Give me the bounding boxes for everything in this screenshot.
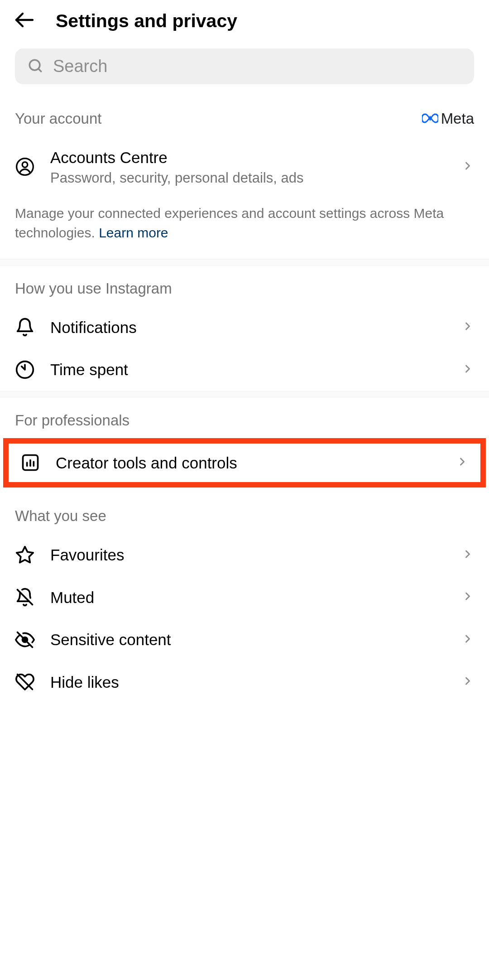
search-box[interactable]	[15, 48, 474, 84]
bell-off-icon	[15, 587, 35, 607]
chevron-right-icon	[461, 362, 474, 377]
chevron-right-icon	[461, 548, 474, 562]
chevron-right-icon	[461, 320, 474, 334]
list-item-subtitle: Password, security, personal details, ad…	[50, 170, 446, 186]
list-item-title: Hide likes	[50, 672, 446, 693]
chevron-right-icon	[461, 159, 474, 174]
svg-point-4	[22, 162, 28, 167]
section-title: For professionals	[15, 412, 129, 429]
back-arrow-icon[interactable]	[14, 9, 35, 33]
svg-marker-10	[17, 546, 34, 562]
list-item-content: Sensitive content	[50, 629, 446, 650]
info-text: Manage your connected experiences and ac…	[0, 197, 489, 259]
list-item-content: Favourites	[50, 545, 446, 565]
page-title: Settings and privacy	[56, 10, 237, 32]
muted-item[interactable]: Muted	[0, 576, 489, 619]
section-title: How you use Instagram	[15, 280, 172, 297]
section-for-professionals-header: For professionals	[0, 397, 489, 438]
section-divider	[0, 391, 489, 397]
search-icon	[28, 58, 43, 75]
list-item-title: Favourites	[50, 545, 446, 565]
section-what-you-see-header: What you see	[0, 488, 489, 534]
chevron-right-icon	[461, 632, 474, 647]
section-title: Your account	[15, 110, 101, 127]
list-item-content: Hide likes	[50, 672, 446, 693]
user-circle-icon	[15, 157, 35, 177]
chevron-right-icon	[461, 675, 474, 689]
list-item-title: Creator tools and controls	[56, 453, 441, 473]
meta-badge: Meta	[422, 110, 474, 127]
highlighted-item: Creator tools and controls	[3, 438, 486, 488]
chevron-right-icon	[456, 455, 469, 470]
accounts-centre-item[interactable]: Accounts Centre Password, security, pers…	[0, 136, 489, 197]
section-your-account-header: Your account Meta	[0, 96, 489, 136]
meta-icon	[422, 113, 438, 124]
list-item-title: Accounts Centre	[50, 147, 446, 168]
meta-label: Meta	[441, 110, 474, 127]
clock-icon	[15, 360, 35, 380]
list-item-content: Muted	[50, 587, 446, 608]
creator-tools-item[interactable]: Creator tools and controls	[9, 444, 480, 483]
favourites-item[interactable]: Favourites	[0, 534, 489, 576]
chart-icon	[20, 453, 40, 473]
list-item-content: Notifications	[50, 317, 446, 338]
star-icon	[15, 545, 35, 565]
list-item-title: Notifications	[50, 317, 446, 338]
list-item-content: Creator tools and controls	[56, 453, 441, 473]
eye-off-icon	[15, 630, 35, 650]
time-spent-item[interactable]: Time spent	[0, 348, 489, 391]
heart-off-icon	[15, 672, 35, 692]
list-item-title: Time spent	[50, 359, 446, 380]
page-header: Settings and privacy	[0, 0, 489, 42]
notifications-item[interactable]: Notifications	[0, 306, 489, 349]
learn-more-link[interactable]: Learn more	[99, 225, 168, 240]
list-item-content: Accounts Centre Password, security, pers…	[50, 147, 446, 186]
bell-icon	[15, 317, 35, 337]
section-how-you-use-header: How you use Instagram	[0, 266, 489, 306]
sensitive-content-item[interactable]: Sensitive content	[0, 618, 489, 661]
list-item-title: Sensitive content	[50, 629, 446, 650]
list-item-title: Muted	[50, 587, 446, 608]
search-container	[0, 42, 489, 96]
section-divider	[0, 259, 489, 266]
svg-line-2	[38, 68, 41, 71]
hide-likes-item[interactable]: Hide likes	[0, 661, 489, 704]
chevron-right-icon	[461, 590, 474, 604]
search-input[interactable]	[53, 57, 461, 76]
section-title: What you see	[15, 507, 106, 525]
list-item-content: Time spent	[50, 359, 446, 380]
